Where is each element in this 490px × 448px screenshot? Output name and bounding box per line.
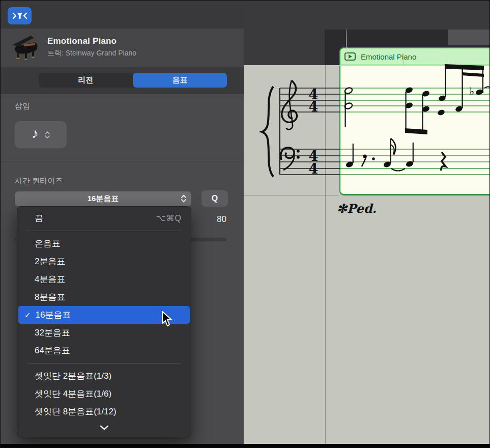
menu-item-label: 끔: [35, 212, 43, 224]
menu-item-triplet-half[interactable]: 셋잇단 2분음표(1/3): [17, 367, 191, 385]
menu-scroll-more[interactable]: [17, 421, 191, 435]
menu-item-half-note[interactable]: 2분음표: [17, 253, 191, 270]
midi-region-header[interactable]: Emotional Piano: [339, 47, 490, 65]
catch-filter-button[interactable]: [8, 7, 32, 24]
menu-item-quarter-note[interactable]: 4분음표: [17, 270, 191, 288]
menu-item-off[interactable]: 끔 ⌥⌘Q: [17, 209, 191, 227]
menu-item-label: 8분음표: [35, 291, 65, 303]
menu-divider: [27, 363, 181, 363]
menu-item-label: 64분음표: [35, 345, 70, 356]
menu-item-label: 16분음표: [36, 309, 71, 321]
view-segmented-control: 리전 음표: [39, 73, 227, 88]
playhead-line[interactable]: [346, 30, 347, 65]
time-quantize-value: 16분음표: [88, 194, 119, 204]
window-bottom-edge: [1, 444, 490, 448]
track-title: Emotional Piano: [47, 36, 117, 46]
checkmark-icon: ✓: [24, 311, 31, 320]
tab-notes[interactable]: 음표: [133, 73, 227, 88]
menu-item-label: 32분음표: [35, 327, 70, 339]
menu-item-label: 온음표: [35, 238, 61, 249]
chevron-down-icon: [100, 425, 109, 430]
menu-item-label: 셋잇단 2분음표(1/3): [35, 370, 111, 382]
menu-item-label: 2분음표: [35, 256, 65, 267]
grand-piano-icon: [9, 33, 40, 62]
menu-item-shortcut: ⌥⌘Q: [156, 213, 182, 223]
stepper-chevrons-icon: [45, 131, 50, 139]
score-editor-pane: 1 Emotional Piano ✻Ped.: [244, 1, 490, 448]
ruler-end-block: [448, 30, 490, 45]
menu-item-eighth-note[interactable]: 8분음표: [17, 288, 191, 306]
menu-item-triplet-eighth[interactable]: 셋잇단 8분음표(1/12): [17, 403, 191, 421]
beat-tick: [403, 53, 404, 65]
inspector-toolbar: [1, 1, 244, 29]
garageband-score-editor-window: 1 Emotional Piano ✻Ped.: [0, 0, 490, 448]
select-chevrons-icon: [181, 193, 187, 204]
section-divider: [1, 94, 244, 94]
midi-region-body[interactable]: [339, 66, 490, 195]
menu-item-whole-note[interactable]: 온음표: [17, 235, 191, 253]
track-subtitle: 트랙: Steinway Grand Piano: [47, 49, 136, 58]
menu-divider: [27, 231, 181, 231]
insert-section-label: 삽입: [15, 101, 30, 111]
region-name: Emotional Piano: [361, 52, 416, 61]
time-quantize-label: 시간 퀀타이즈: [15, 176, 63, 186]
system-bottom-line: [244, 195, 339, 195]
menu-item-label: 4분음표: [35, 273, 65, 285]
menu-item-label: 셋잇단 4분음표(1/6): [35, 388, 111, 400]
catch-filter-icon: [12, 11, 27, 20]
section-divider: [1, 161, 244, 161]
page-margin-line: [325, 65, 326, 444]
track-header: Emotional Piano 트랙: Steinway Grand Piano: [1, 29, 244, 67]
eighth-note-icon: ♪: [32, 127, 39, 141]
view-switch-row: 리전 음표: [1, 67, 244, 94]
tab-region[interactable]: 리전: [39, 73, 133, 88]
insert-note-value-button[interactable]: ♪: [15, 121, 67, 148]
pedal-marking: ✻Ped.: [337, 201, 377, 216]
quantize-apply-button[interactable]: Q: [201, 190, 228, 207]
menu-item-label: 셋잇단 8분음표(1/12): [35, 406, 117, 417]
menu-item-sixtyfourth-note[interactable]: 64분음표: [17, 342, 191, 359]
mouse-cursor: [161, 311, 174, 327]
menu-item-triplet-quarter[interactable]: 셋잇단 4분음표(1/6): [17, 385, 191, 403]
quantize-strength-value: 80: [194, 214, 226, 225]
beat-tick: [447, 53, 447, 65]
time-quantize-select[interactable]: 16분음표: [15, 191, 191, 206]
